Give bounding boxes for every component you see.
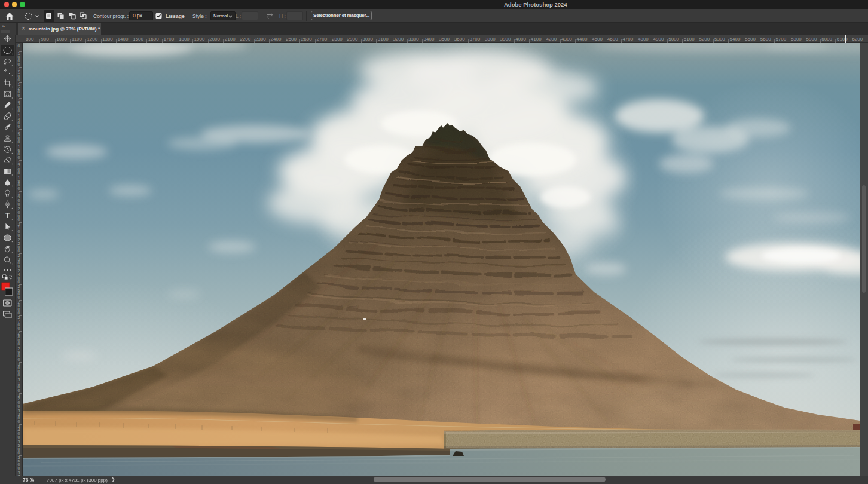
svg-text:T: T	[5, 212, 10, 220]
